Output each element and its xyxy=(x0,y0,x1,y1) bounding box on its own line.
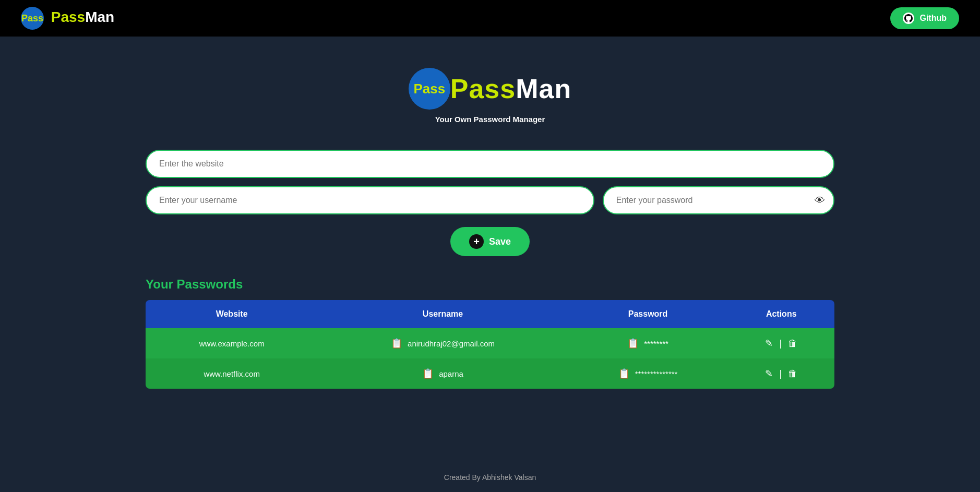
hero-circle-pass: Pass xyxy=(413,81,445,97)
username-text: aparna xyxy=(439,369,463,378)
passwords-section: Your Passwords Website Username Password… xyxy=(114,277,866,389)
col-header-password: Password xyxy=(568,300,728,328)
hero-logo-circle: Pass xyxy=(409,68,450,110)
cell-username: 📋 anirudhraj02@gmail.com xyxy=(318,328,567,358)
main-content: Pass PassMan Your Own Password Manager 👁… xyxy=(0,37,980,410)
navbar: Pass PassMan Github xyxy=(0,0,980,37)
nav-logo: Pass PassMan xyxy=(21,7,114,30)
password-wrapper: 👁 xyxy=(603,186,834,214)
col-header-website: Website xyxy=(146,300,318,328)
eye-toggle-icon[interactable]: 👁 xyxy=(815,195,825,207)
password-input[interactable] xyxy=(603,186,834,214)
nav-logo-man-text: Man xyxy=(85,9,114,25)
copy-password-icon[interactable]: 📋 xyxy=(618,368,630,379)
username-input[interactable] xyxy=(146,186,594,214)
nav-logo-pass-text: Pass xyxy=(51,9,85,25)
passwords-title: Your Passwords xyxy=(146,277,834,292)
save-label: Save xyxy=(489,236,511,247)
copy-username-icon[interactable]: 📋 xyxy=(422,368,434,379)
col-header-username: Username xyxy=(318,300,567,328)
cell-username: 📋 aparna xyxy=(318,358,567,389)
copy-password-icon[interactable]: 📋 xyxy=(627,338,639,349)
save-button[interactable]: + Save xyxy=(450,227,530,256)
save-plus-icon: + xyxy=(469,234,484,249)
cell-website: www.example.com xyxy=(146,328,318,358)
github-button[interactable]: Github xyxy=(890,7,959,29)
password-text: ************** xyxy=(635,369,678,378)
username-text: anirudhraj02@gmail.com xyxy=(408,339,495,348)
input-row: 👁 xyxy=(146,186,834,214)
footer-text: Created By Abhishek Valsan xyxy=(444,473,536,482)
password-text: ******** xyxy=(644,339,668,348)
github-label: Github xyxy=(919,14,947,23)
footer: Created By Abhishek Valsan xyxy=(0,463,980,492)
edit-icon[interactable]: ✎ xyxy=(765,338,773,349)
passwords-table: Website Username Password Actions www.ex… xyxy=(146,300,834,389)
hero-logo: Pass PassMan Your Own Password Manager xyxy=(409,68,571,124)
cell-actions: ✎ | 🗑 xyxy=(728,358,834,389)
col-header-actions: Actions xyxy=(728,300,834,328)
hero-man: Man xyxy=(516,74,571,104)
separator: | xyxy=(779,338,782,349)
cell-password: 📋 ************** xyxy=(568,358,728,389)
website-input[interactable] xyxy=(146,150,834,178)
website-text: www.netflix.com xyxy=(204,369,260,378)
hero-subtitle: Your Own Password Manager xyxy=(435,115,545,124)
table-header-row: Website Username Password Actions xyxy=(146,300,834,328)
cell-website: www.netflix.com xyxy=(146,358,318,389)
cell-actions: ✎ | 🗑 xyxy=(728,328,834,358)
delete-icon[interactable]: 🗑 xyxy=(788,368,797,379)
nav-logo-pass: Pass xyxy=(21,13,43,24)
copy-username-icon[interactable]: 📋 xyxy=(391,338,402,349)
hero-pass: Pass xyxy=(450,74,516,104)
table-row: www.example.com 📋 anirudhraj02@gmail.com… xyxy=(146,328,834,358)
github-icon xyxy=(903,13,914,24)
table-row: www.netflix.com 📋 aparna 📋 *************… xyxy=(146,358,834,389)
cell-password: 📋 ******** xyxy=(568,328,728,358)
form-container: 👁 + Save xyxy=(114,150,866,256)
nav-logo-circle: Pass xyxy=(21,7,44,30)
separator: | xyxy=(779,368,782,379)
website-text: www.example.com xyxy=(199,339,265,348)
hero-logo-text: PassMan xyxy=(450,73,571,104)
hero-logo-title: Pass PassMan xyxy=(409,68,571,110)
edit-icon[interactable]: ✎ xyxy=(765,368,773,379)
delete-icon[interactable]: 🗑 xyxy=(788,338,797,349)
